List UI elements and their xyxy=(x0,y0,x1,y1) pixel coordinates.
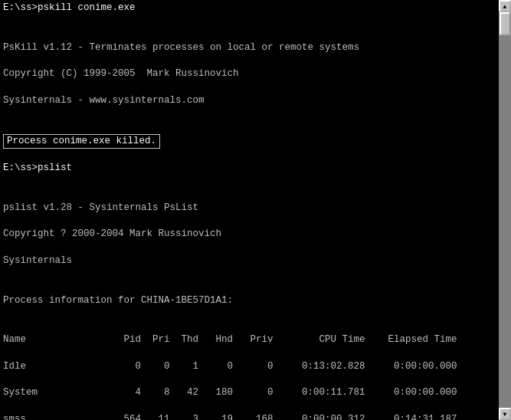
scroll-down-arrow[interactable]: ▼ xyxy=(499,408,511,420)
terminal-line: Sysinternals xyxy=(3,254,496,267)
terminal-line: pslist v1.28 - Sysinternals PsList xyxy=(3,202,496,215)
scrollbar-track[interactable] xyxy=(499,12,511,408)
terminal-line: Copyright (C) 1999-2005 Mark Russinovich xyxy=(3,67,496,80)
annotation-1: 再用pslist看下进程，没了吧 xyxy=(268,150,404,164)
annotation-0: 尝试结束下conime.exe进程 xyxy=(169,2,302,16)
terminal-line: Process information for CHINA-1BE57D1A1: xyxy=(3,294,496,307)
scrollbar-thumb[interactable] xyxy=(500,12,510,35)
terminal-line: E:\ss>pslist xyxy=(3,162,496,175)
terminal-content[interactable]: E:\ss>pskill conime.exePsKill v1.12 - Te… xyxy=(0,0,499,420)
terminal-line: Process conime.exe killed. xyxy=(3,134,160,149)
scroll-up-arrow[interactable]: ▲ xyxy=(499,0,511,12)
terminal-line: smss 564 11 3 19 168 0:00:00.312 0:14:31… xyxy=(3,413,496,420)
terminal-line: Idle 0 0 1 0 0 0:13:02.828 0:00:00.000 xyxy=(3,360,496,373)
scrollbar[interactable]: ▲ ▼ xyxy=(499,0,511,420)
terminal-line: PsKill v1.12 - Terminates processes on l… xyxy=(3,41,496,54)
terminal-line: Name Pid Pri Thd Hnd Priv CPU Time Elaps… xyxy=(3,333,496,346)
terminal-window: E:\ss>pskill conime.exePsKill v1.12 - Te… xyxy=(0,0,511,420)
terminal-line: System 4 8 42 180 0 0:00:11.781 0:00:00.… xyxy=(3,386,496,399)
terminal-line: Sysinternals - www.sysinternals.com xyxy=(3,94,496,107)
terminal-line: Copyright ? 2000-2004 Mark Russinovich xyxy=(3,228,496,241)
